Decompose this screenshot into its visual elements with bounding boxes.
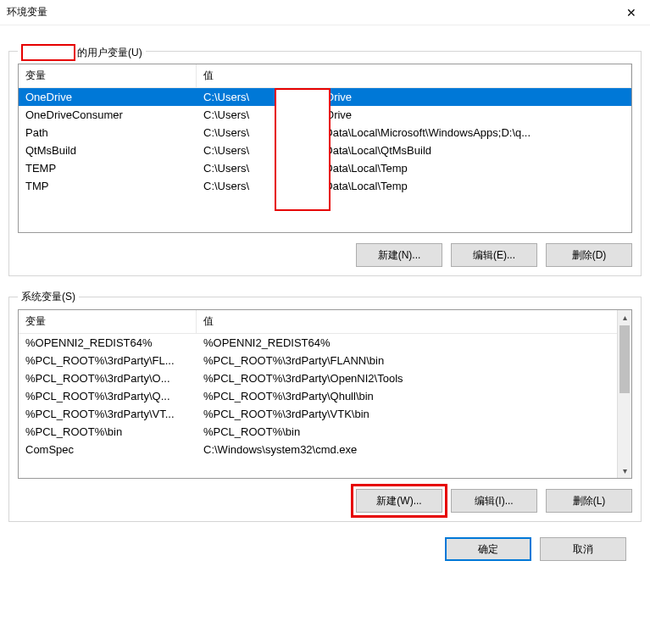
table-row[interactable]: %PCL_ROOT%\3rdParty\O...%PCL_ROOT%\3rdPa… <box>19 369 617 387</box>
cell-var: OneDrive <box>19 91 197 103</box>
close-button[interactable]: ✕ <box>612 1 650 25</box>
system-variables-table[interactable]: 变量 值 %OPENNI2_REDIST64%%OPENNI2_REDIST64… <box>18 309 632 479</box>
cell-val: C:\Users\OneDrive <box>197 108 631 121</box>
cell-val: C:\Users\OneDrive <box>197 91 631 103</box>
system-delete-button[interactable]: 删除(L) <box>546 489 632 513</box>
cell-val: %PCL_ROOT%\bin <box>197 425 617 438</box>
cell-var: TMP <box>19 180 197 192</box>
table-row[interactable]: %PCL_ROOT%\bin%PCL_ROOT%\bin <box>19 423 617 441</box>
system-edit-button[interactable]: 编辑(I)... <box>451 489 537 513</box>
user-delete-button[interactable]: 删除(D) <box>546 243 632 267</box>
user-variables-table[interactable]: 变量 值 OneDriveC:\Users\OneDriveOneDriveCo… <box>18 64 632 233</box>
cell-var: %PCL_ROOT%\3rdParty\Q... <box>19 390 197 402</box>
titlebar: 环境变量 ✕ <box>0 0 650 25</box>
cell-var: QtMsBuild <box>19 144 197 157</box>
cell-val: C:\Users\AppData\Local\Microsoft\Windows… <box>197 126 631 139</box>
dialog-footer: 确定 取消 <box>8 522 642 561</box>
table-row[interactable]: %PCL_ROOT%\3rdParty\VT...%PCL_ROOT%\3rdP… <box>19 405 617 423</box>
scroll-down-icon[interactable]: ▾ <box>618 464 631 478</box>
cell-val: C:\Users\AppData\Local\QtMsBuild <box>197 144 631 157</box>
user-new-button[interactable]: 新建(N)... <box>356 243 442 267</box>
col-header-val[interactable]: 值 <box>197 64 631 87</box>
cell-var: %PCL_ROOT%\3rdParty\FL... <box>19 354 197 367</box>
close-icon: ✕ <box>626 6 636 19</box>
user-group-label: 的用户变量(U) <box>18 44 146 61</box>
cell-val: %PCL_ROOT%\3rdParty\FLANN\bin <box>197 354 617 367</box>
cancel-button[interactable]: 取消 <box>540 537 626 561</box>
cell-val: %PCL_ROOT%\3rdParty\OpenNI2\Tools <box>197 372 617 385</box>
system-scrollbar[interactable]: ▴ ▾ <box>617 310 631 478</box>
user-table-header: 变量 值 <box>19 64 631 88</box>
cell-var: %PCL_ROOT%\3rdParty\VT... <box>19 408 197 420</box>
col-header-var[interactable]: 变量 <box>19 64 197 87</box>
table-row[interactable]: %PCL_ROOT%\3rdParty\FL...%PCL_ROOT%\3rdP… <box>19 352 617 369</box>
cell-var: %PCL_ROOT%\3rdParty\O... <box>19 372 197 385</box>
cell-val: %OPENNI2_REDIST64% <box>197 336 617 349</box>
col-header-val[interactable]: 值 <box>197 310 631 333</box>
user-variables-group: 的用户变量(U) 变量 值 OneDriveC:\Users\OneDriveO… <box>8 51 642 276</box>
scroll-thumb[interactable] <box>619 325 630 393</box>
system-table-header: 变量 值 <box>19 310 631 334</box>
user-buttons: 新建(N)... 编辑(E)... 删除(D) <box>18 243 632 267</box>
cell-val: C:\Users\AppData\Local\Temp <box>197 180 631 192</box>
redacted-username-column <box>275 88 331 211</box>
dialog-content: 的用户变量(U) 变量 值 OneDriveC:\Users\OneDriveO… <box>0 25 650 561</box>
window-title: 环境变量 <box>7 5 47 19</box>
user-table-body: OneDriveC:\Users\OneDriveOneDriveConsume… <box>19 88 631 232</box>
system-table-body: %OPENNI2_REDIST64%%OPENNI2_REDIST64%%PCL… <box>19 334 617 478</box>
cell-val: %PCL_ROOT%\3rdParty\Qhull\bin <box>197 390 617 402</box>
ok-button[interactable]: 确定 <box>445 537 531 561</box>
system-new-button[interactable]: 新建(W)... <box>356 489 442 513</box>
cell-var: %PCL_ROOT%\bin <box>19 425 197 438</box>
cell-var: ComSpec <box>19 443 197 456</box>
cell-var: TEMP <box>19 162 197 175</box>
cell-var: %OPENNI2_REDIST64% <box>19 336 197 349</box>
table-row[interactable]: ComSpecC:\Windows\system32\cmd.exe <box>19 441 617 458</box>
scroll-up-icon[interactable]: ▴ <box>618 310 631 325</box>
cell-var: Path <box>19 126 197 139</box>
user-edit-button[interactable]: 编辑(E)... <box>451 243 537 267</box>
system-buttons: 新建(W)... 编辑(I)... 删除(L) <box>18 489 632 513</box>
table-row[interactable]: %PCL_ROOT%\3rdParty\Q...%PCL_ROOT%\3rdPa… <box>19 387 617 405</box>
cell-var: OneDriveConsumer <box>19 108 197 121</box>
cell-val: C:\Windows\system32\cmd.exe <box>197 443 617 456</box>
col-header-var[interactable]: 变量 <box>19 310 197 333</box>
redacted-username-label <box>21 44 75 61</box>
cell-val: %PCL_ROOT%\3rdParty\VTK\bin <box>197 408 617 420</box>
system-variables-group: 系统变量(S) 变量 值 %OPENNI2_REDIST64%%OPENNI2_… <box>8 297 642 522</box>
cell-val: C:\Users\AppData\Local\Temp <box>197 162 631 175</box>
highlight-new-system: 新建(W)... <box>356 489 442 513</box>
table-row[interactable]: %OPENNI2_REDIST64%%OPENNI2_REDIST64% <box>19 334 617 352</box>
system-group-label: 系统变量(S) <box>18 290 79 304</box>
